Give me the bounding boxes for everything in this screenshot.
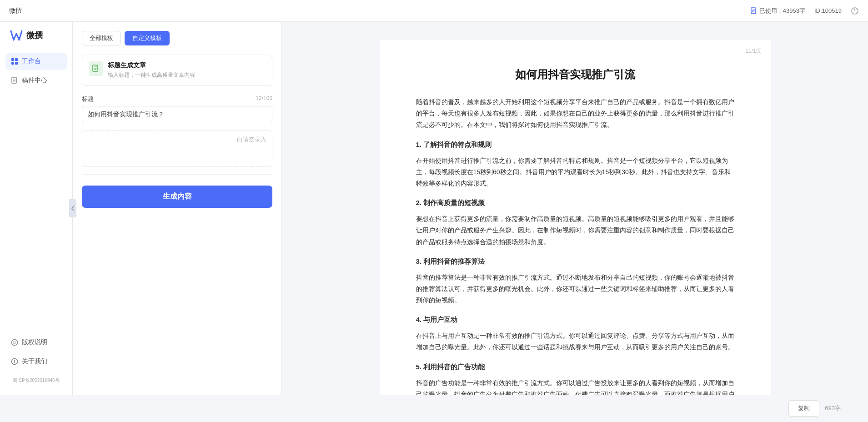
sidebar: 微撰 工作台 稿件中心 [0,22,73,395]
divider [82,174,272,175]
generate-btn[interactable]: 生成内容 [82,186,272,208]
template-card-title: 标题生成文章 [108,61,195,70]
drafts-icon [11,77,18,84]
article-heading: 5. 利用抖音的广告功能 [416,361,734,373]
svg-rect-7 [15,58,18,61]
template-card-icon [89,61,103,76]
tab-custom-templates[interactable]: 自定义模板 [125,31,170,45]
template-card-info: 标题生成文章 输入标题，一键生成高质量文章内容 [108,61,195,79]
logo-area: 微撰 [0,29,72,53]
article-heading: 3. 利用抖音的推荐算法 [416,255,734,267]
content-area: 全部模板 自定义模板 标题生成文章 输入标题，一键生成高质量文章内容 [73,22,868,395]
article-paragraph: 在抖音上与用户互动是一种非常有效的推广引流方式。你可以通过回复评论、点赞、分享等… [416,330,734,353]
template-card[interactable]: 标题生成文章 输入标题，一键生成高质量文章内容 [82,55,272,86]
placeholder-hint: 白请空录入 [237,136,266,144]
sidebar-item-drafts-label: 稿件中心 [22,76,47,85]
user-id: ID:100519 [814,7,842,14]
article-container: 11/1页 如何用抖音实现推广引流 随着抖音的普及，越来越多的人开始利用这个短视… [380,40,771,395]
copy-button[interactable]: 复制 [788,400,819,417]
article-body: 随着抖音的普及，越来越多的人开始利用这个短视频分享平台来推广自己的产品或服务。抖… [416,96,734,395]
article-title: 如何用抖音实现推广引流 [416,67,734,82]
topbar-right: 已使用：43953字 ID:100519 [750,7,859,15]
sidebar-item-workbench-label: 工作台 [22,57,41,65]
article-footer: 复制 693字 [0,395,868,422]
word-count: 693字 [825,404,841,412]
workbench-icon [11,58,18,65]
title-input[interactable] [82,106,272,123]
title-label: 标题 [82,95,94,103]
logo-icon [9,29,24,42]
article-heading: 1. 了解抖音的特点和规则 [416,138,734,151]
info-icon [11,358,18,365]
logo-text: 微撰 [26,30,43,41]
title-form-section: 标题 12/100 [82,95,272,123]
svg-rect-8 [11,62,14,65]
sidebar-item-about[interactable]: 关于我们 [5,353,67,370]
left-panel: 全部模板 自定义模板 标题生成文章 输入标题，一键生成高质量文章内容 [73,22,282,395]
page-number: 11/1页 [745,47,761,55]
power-icon[interactable] [851,7,859,15]
article-paragraph: 随着抖音的普及，越来越多的人开始利用这个短视频分享平台来推广自己的产品或服务。抖… [416,96,734,131]
topbar-title: 微撰 [9,7,22,15]
usage-info: 已使用：43953字 [750,7,805,15]
icp-text: 蜀ICP备2022016946号 [0,374,72,387]
svg-text:©: © [13,341,16,345]
placeholder-area[interactable]: 白请空录入 [82,131,272,167]
svg-rect-6 [11,58,14,61]
sidebar-item-copyright[interactable]: © 版权说明 [5,334,67,351]
sidebar-nav: 工作台 稿件中心 [0,53,72,334]
doc-icon [92,65,100,73]
article-heading: 4. 与用户互动 [416,313,734,326]
right-panel: 11/1页 如何用抖音实现推广引流 随着抖音的普及，越来越多的人开始利用这个短视… [282,22,868,395]
sidebar-item-drafts[interactable]: 稿件中心 [5,72,67,89]
copyright-icon: © [11,339,18,346]
template-tabs: 全部模板 自定义模板 [82,31,272,45]
usage-text: 已使用：43953字 [759,7,805,15]
tab-all-templates[interactable]: 全部模板 [82,31,121,45]
article-paragraph: 在开始使用抖音进行推广引流之前，你需要了解抖音的特点和规则。抖音是一个短视频分享… [416,155,734,190]
main-layout: 微撰 工作台 稿件中心 [0,22,868,395]
sidebar-item-workbench[interactable]: 工作台 [5,53,67,70]
svg-point-17 [14,360,15,361]
article-paragraph: 要想在抖音上获得更多的流量，你需要制作高质量的短视频。高质量的短视频能够吸引更多… [416,213,734,248]
svg-rect-9 [15,62,18,65]
book-icon [750,7,758,15]
title-char-count: 12/100 [256,95,272,103]
about-label: 关于我们 [22,357,47,366]
title-label-row: 标题 12/100 [82,95,272,103]
svg-rect-0 [751,8,756,14]
sidebar-bottom: © 版权说明 关于我们 [0,334,72,370]
article-paragraph: 抖音的推荐算法是一种非常有效的推广引流方式。通过不断地发布和分享自己的短视频，你… [416,272,734,306]
collapse-sidebar-btn[interactable] [69,199,76,217]
template-card-desc: 输入标题，一键生成高质量文章内容 [108,71,195,79]
copyright-label: 版权说明 [22,338,47,347]
article-paragraph: 抖音的广告功能是一种非常有效的推广引流方式。你可以通过广告投放来让更多的人看到你… [416,377,734,395]
article-heading: 2. 制作高质量的短视频 [416,196,734,209]
topbar: 微撰 已使用：43953字 ID:100519 [0,0,868,22]
